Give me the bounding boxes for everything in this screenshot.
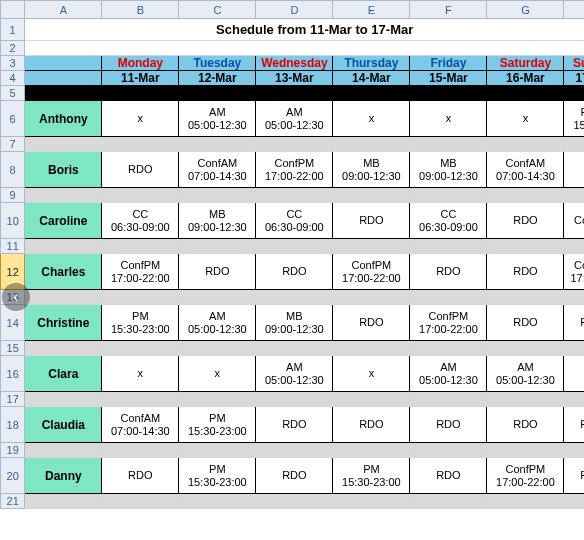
schedule-cell[interactable]: RDO bbox=[256, 254, 333, 290]
schedule-cell[interactable]: x bbox=[333, 101, 410, 137]
row-header-9[interactable]: 9 bbox=[1, 188, 25, 203]
schedule-cell[interactable]: ConfAM07:00-14:30 bbox=[102, 407, 179, 443]
schedule-cell[interactable]: R bbox=[564, 305, 584, 341]
row-header-11[interactable]: 11 bbox=[1, 239, 25, 254]
col-header-G[interactable]: G bbox=[487, 1, 564, 19]
spacer-cell bbox=[410, 443, 487, 458]
date-header: 13-Mar bbox=[256, 71, 333, 86]
schedule-cell[interactable]: RDO bbox=[256, 458, 333, 494]
row-header-20[interactable]: 20 bbox=[1, 458, 25, 494]
row-header-6[interactable]: 6 bbox=[1, 101, 25, 137]
schedule-cell[interactable]: RDO bbox=[333, 203, 410, 239]
row-header-7[interactable]: 7 bbox=[1, 137, 25, 152]
schedule-cell[interactable]: MB09:00-12:30 bbox=[179, 203, 256, 239]
schedule-cell[interactable]: RDO bbox=[487, 254, 564, 290]
spacer-cell bbox=[333, 239, 410, 254]
row-header-18[interactable]: 18 bbox=[1, 407, 25, 443]
schedule-cell[interactable]: x bbox=[410, 101, 487, 137]
row-header-1[interactable]: 1 bbox=[1, 19, 25, 41]
schedule-cell[interactable]: R bbox=[564, 458, 584, 494]
schedule-cell[interactable]: ConfPM17:00-22:00 bbox=[256, 152, 333, 188]
schedule-cell[interactable]: ConfPM17:00-22:00 bbox=[487, 458, 564, 494]
schedule-cell[interactable]: Con bbox=[564, 203, 584, 239]
schedule-cell[interactable]: R bbox=[564, 407, 584, 443]
schedule-cell[interactable]: x bbox=[102, 356, 179, 392]
spacer-cell bbox=[179, 290, 256, 305]
schedule-cell[interactable]: PM15:30-23:00 bbox=[179, 458, 256, 494]
schedule-cell[interactable]: PM15:30-23:00 bbox=[333, 458, 410, 494]
schedule-cell[interactable]: RDO bbox=[179, 254, 256, 290]
schedule-cell[interactable]: RDO bbox=[410, 458, 487, 494]
schedule-cell[interactable]: CC06:30-09:00 bbox=[256, 203, 333, 239]
col-header-partial[interactable] bbox=[564, 1, 584, 19]
day-header: Monday bbox=[102, 56, 179, 71]
spacer-cell bbox=[333, 137, 410, 152]
date-header: 16-Mar bbox=[487, 71, 564, 86]
row-header-5[interactable]: 5 bbox=[1, 86, 25, 101]
schedule-cell[interactable]: RDO bbox=[487, 203, 564, 239]
schedule-cell[interactable]: RDO bbox=[410, 254, 487, 290]
schedule-cell[interactable]: ConfAM07:00-14:30 bbox=[179, 152, 256, 188]
schedule-cell[interactable]: MB09:00-12:30 bbox=[333, 152, 410, 188]
row-header-2[interactable]: 2 bbox=[1, 41, 25, 56]
schedule-cell[interactable]: PM15:30-23:00 bbox=[102, 305, 179, 341]
spacer-row bbox=[25, 41, 584, 56]
schedule-cell[interactable]: RDO bbox=[487, 305, 564, 341]
col-header-B[interactable]: B bbox=[102, 1, 179, 19]
spacer-cell bbox=[564, 392, 584, 407]
schedule-cell[interactable]: x bbox=[487, 101, 564, 137]
schedule-cell[interactable] bbox=[564, 152, 584, 188]
schedule-cell[interactable]: RDO bbox=[333, 305, 410, 341]
schedule-cell[interactable]: CC06:30-09:00 bbox=[102, 203, 179, 239]
schedule-cell[interactable]: RDO bbox=[102, 458, 179, 494]
schedule-cell[interactable]: RDO bbox=[102, 152, 179, 188]
col-header-A[interactable]: A bbox=[25, 1, 102, 19]
schedule-cell[interactable]: x bbox=[179, 356, 256, 392]
schedule-cell[interactable]: MB09:00-12:30 bbox=[256, 305, 333, 341]
schedule-cell[interactable]: ConfPM17:00-22:00 bbox=[102, 254, 179, 290]
schedule-cell[interactable]: AM05:00-12:30 bbox=[256, 356, 333, 392]
schedule-cell[interactable]: P15:3 bbox=[564, 101, 584, 137]
spacer-cell bbox=[102, 290, 179, 305]
row-header-15[interactable]: 15 bbox=[1, 341, 25, 356]
schedule-cell[interactable]: AM05:00-12:30 bbox=[487, 356, 564, 392]
schedule-cell[interactable]: RDO bbox=[410, 407, 487, 443]
schedule-cell[interactable]: AM05:00-12:30 bbox=[256, 101, 333, 137]
schedule-cell[interactable]: PM15:30-23:00 bbox=[179, 407, 256, 443]
schedule-cell[interactable]: CC06:30-09:00 bbox=[410, 203, 487, 239]
row-header-8[interactable]: 8 bbox=[1, 152, 25, 188]
schedule-cell[interactable]: MB09:00-12:30 bbox=[410, 152, 487, 188]
spacer-cell bbox=[256, 392, 333, 407]
row-header-19[interactable]: 19 bbox=[1, 443, 25, 458]
schedule-cell[interactable]: ConfPM17:00-22:00 bbox=[410, 305, 487, 341]
schedule-cell[interactable]: AM05:00-12:30 bbox=[179, 101, 256, 137]
spacer-cell bbox=[256, 137, 333, 152]
schedule-cell[interactable]: AM05:00-12:30 bbox=[179, 305, 256, 341]
select-all-corner[interactable] bbox=[1, 1, 25, 19]
spacer-cell bbox=[333, 341, 410, 356]
schedule-cell[interactable]: ConfPM17:00-22:00 bbox=[333, 254, 410, 290]
row-header-17[interactable]: 17 bbox=[1, 392, 25, 407]
schedule-cell[interactable]: RDO bbox=[333, 407, 410, 443]
schedule-cell[interactable]: RDO bbox=[487, 407, 564, 443]
row-header-16[interactable]: 16 bbox=[1, 356, 25, 392]
schedule-cell[interactable] bbox=[564, 356, 584, 392]
schedule-cell[interactable]: RDO bbox=[256, 407, 333, 443]
row-header-21[interactable]: 21 bbox=[1, 494, 25, 509]
schedule-cell[interactable]: Con17:00 bbox=[564, 254, 584, 290]
spacer-cell bbox=[25, 239, 102, 254]
col-header-D[interactable]: D bbox=[256, 1, 333, 19]
schedule-cell[interactable]: x bbox=[333, 356, 410, 392]
spreadsheet-grid[interactable]: A B C D E F G 1 Schedule from 11-Mar to … bbox=[0, 0, 584, 509]
schedule-cell[interactable]: ConfAM07:00-14:30 bbox=[487, 152, 564, 188]
col-header-E[interactable]: E bbox=[333, 1, 410, 19]
col-header-F[interactable]: F bbox=[410, 1, 487, 19]
row-header-3[interactable]: 3 bbox=[1, 56, 25, 71]
schedule-cell[interactable]: x bbox=[102, 101, 179, 137]
spacer-cell bbox=[487, 137, 564, 152]
col-header-C[interactable]: C bbox=[179, 1, 256, 19]
schedule-cell[interactable]: AM05:00-12:30 bbox=[410, 356, 487, 392]
row-header-10[interactable]: 10 bbox=[1, 203, 25, 239]
prev-arrow[interactable]: ‹ bbox=[2, 283, 30, 311]
row-header-4[interactable]: 4 bbox=[1, 71, 25, 86]
